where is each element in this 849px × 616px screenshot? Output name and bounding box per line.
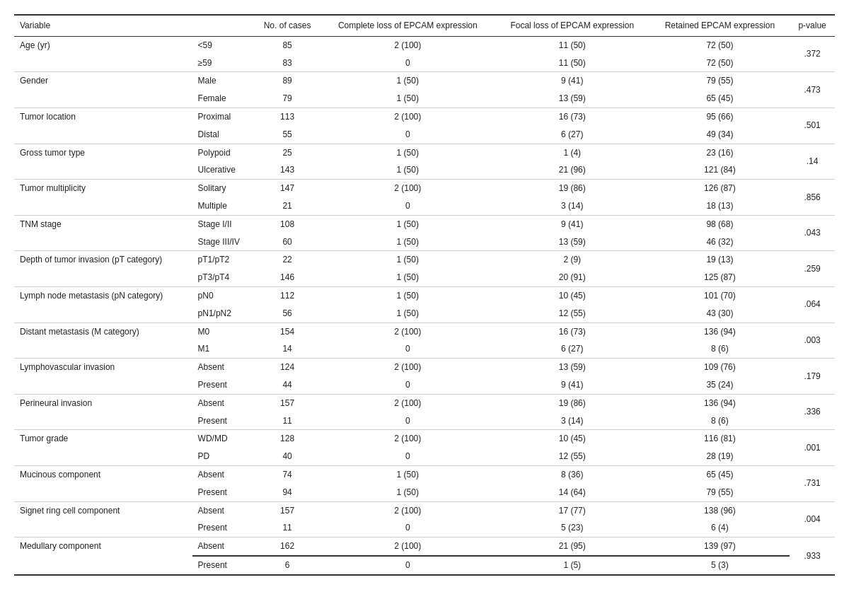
- n-cases-2: 14: [253, 340, 320, 358]
- variable-label: Distant metastasis (M category): [14, 322, 192, 359]
- complete-loss-2: 0: [321, 197, 495, 215]
- table-row: Medullary componentAbsent1622 (100)21 (9…: [14, 537, 835, 556]
- n-cases-2: 146: [253, 269, 320, 286]
- focal-loss-1: 19 (86): [495, 180, 650, 197]
- focal-loss-1: 16 (73): [495, 107, 650, 125]
- focal-loss-1: 2 (9): [495, 251, 650, 269]
- focal-loss-2: 6 (27): [495, 340, 650, 358]
- subcategory-label-2: pN1/pN2: [192, 305, 254, 322]
- col-header-complete-loss: Complete loss of EPCAM expression: [321, 15, 495, 36]
- retained-2: 79 (55): [650, 484, 790, 501]
- complete-loss-1: 2 (100): [321, 36, 495, 54]
- focal-loss-1: 11 (50): [495, 36, 650, 54]
- table-row: Mucinous componentAbsent741 (50)8 (36)65…: [14, 465, 835, 483]
- subcategory-label-1: pT1/pT2: [192, 251, 254, 269]
- focal-loss-1: 10 (45): [495, 430, 650, 448]
- subcategory-label-2: Female: [192, 90, 254, 107]
- focal-loss-2: 9 (41): [495, 376, 650, 394]
- n-cases-1: 154: [253, 322, 320, 340]
- focal-loss-2: 5 (23): [495, 519, 650, 537]
- subcategory-label-1: Absent: [192, 394, 254, 412]
- focal-loss-2: 3 (14): [495, 197, 650, 215]
- retained-1: 139 (97): [650, 537, 790, 556]
- p-value: .004: [790, 501, 835, 537]
- col-header-variable: Variable: [14, 15, 253, 36]
- focal-loss-1: 17 (77): [495, 501, 650, 519]
- n-cases-1: 89: [253, 72, 320, 90]
- p-value: .336: [790, 394, 835, 430]
- subcategory-label-1: Absent: [192, 537, 254, 556]
- retained-1: 95 (66): [650, 107, 790, 125]
- n-cases-1: 25: [253, 144, 320, 161]
- complete-loss-2: 0: [321, 54, 495, 72]
- n-cases-2: 55: [253, 126, 320, 144]
- focal-loss-1: 21 (95): [495, 537, 650, 556]
- table-row: Tumor locationProximal1132 (100)16 (73)9…: [14, 107, 835, 125]
- table-row: Tumor gradeWD/MD1282 (100)10 (45)116 (81…: [14, 430, 835, 448]
- focal-loss-2: 13 (59): [495, 233, 650, 251]
- retained-2: 8 (6): [650, 340, 790, 358]
- n-cases-2: 21: [253, 197, 320, 215]
- p-value: .259: [790, 251, 835, 287]
- focal-loss-2: 6 (27): [495, 126, 650, 144]
- n-cases-1: 108: [253, 215, 320, 233]
- complete-loss-1: 1 (50): [321, 286, 495, 304]
- complete-loss-2: 0: [321, 126, 495, 144]
- n-cases-1: 157: [253, 394, 320, 412]
- n-cases-2: 56: [253, 305, 320, 322]
- subcategory-label-1: Proximal: [192, 107, 254, 125]
- retained-1: 65 (45): [650, 465, 790, 483]
- complete-loss-2: 0: [321, 412, 495, 430]
- p-value: .179: [790, 359, 835, 395]
- variable-label: Signet ring cell component: [14, 501, 192, 537]
- complete-loss-1: 1 (50): [321, 72, 495, 90]
- table-row: Tumor multiplicitySolitary1472 (100)19 (…: [14, 180, 835, 197]
- p-value: .001: [790, 430, 835, 466]
- table-row: GenderMale891 (50)9 (41)79 (55).473: [14, 72, 835, 90]
- complete-loss-1: 2 (100): [321, 107, 495, 125]
- variable-label: Tumor grade: [14, 430, 192, 466]
- p-value: .064: [790, 286, 835, 322]
- focal-loss-2: 13 (59): [495, 90, 650, 107]
- variable-label: Lymphovascular invasion: [14, 359, 192, 395]
- p-value: .372: [790, 36, 835, 72]
- focal-loss-2: 3 (14): [495, 412, 650, 430]
- complete-loss-2: 0: [321, 556, 495, 575]
- table-row: Distant metastasis (M category)M01542 (1…: [14, 322, 835, 340]
- retained-2: 125 (87): [650, 269, 790, 286]
- subcategory-label-2: Distal: [192, 126, 254, 144]
- complete-loss-1: 2 (100): [321, 537, 495, 556]
- subcategory-label-2: Multiple: [192, 197, 254, 215]
- retained-1: 101 (70): [650, 286, 790, 304]
- retained-2: 5 (3): [650, 556, 790, 575]
- p-value: .003: [790, 322, 835, 359]
- variable-label: Tumor multiplicity: [14, 180, 192, 216]
- focal-loss-2: 14 (64): [495, 484, 650, 501]
- focal-loss-2: 12 (55): [495, 448, 650, 465]
- n-cases-2: 79: [253, 90, 320, 107]
- table-row: Gross tumor typePolypoid251 (50)1 (4)23 …: [14, 144, 835, 161]
- subcategory-label-1: WD/MD: [192, 430, 254, 448]
- col-header-focal-loss: Focal loss of EPCAM expression: [495, 15, 650, 36]
- complete-loss-2: 1 (50): [321, 90, 495, 107]
- subcategory-label-2: pT3/pT4: [192, 269, 254, 286]
- main-table: Variable No. of cases Complete loss of E…: [14, 14, 835, 576]
- variable-label: Perineural invasion: [14, 394, 192, 430]
- col-header-pvalue: p-value: [790, 15, 835, 36]
- retained-2: 35 (24): [650, 376, 790, 394]
- table-row: Age (yr)<59852 (100)11 (50)72 (50).372: [14, 36, 835, 54]
- retained-2: 121 (84): [650, 161, 790, 179]
- complete-loss-1: 2 (100): [321, 394, 495, 412]
- focal-loss-2: 20 (91): [495, 269, 650, 286]
- complete-loss-2: 0: [321, 340, 495, 358]
- col-header-retained: Retained EPCAM expression: [650, 15, 790, 36]
- subcategory-label-2: ≥59: [192, 54, 254, 72]
- retained-1: 98 (68): [650, 215, 790, 233]
- subcategory-label-2: Present: [192, 556, 254, 575]
- retained-1: 19 (13): [650, 251, 790, 269]
- focal-loss-2: 11 (50): [495, 54, 650, 72]
- retained-1: 126 (87): [650, 180, 790, 197]
- subcategory-label-2: Stage III/IV: [192, 233, 254, 251]
- subcategory-label-1: pN0: [192, 286, 254, 304]
- variable-label: Gross tumor type: [14, 144, 192, 180]
